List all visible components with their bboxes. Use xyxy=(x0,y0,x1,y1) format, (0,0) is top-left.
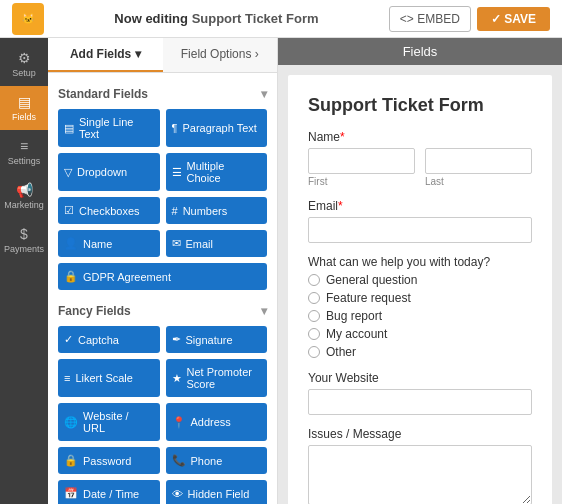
form-group-message: Issues / Message xyxy=(308,427,532,504)
left-panel: Add Fields ▾ Field Options › Standard Fi… xyxy=(48,38,278,504)
field-btn-captcha[interactable]: ✓Captcha xyxy=(58,326,160,353)
checkboxes-icon: ☑ xyxy=(64,204,74,217)
fields-icon: ▤ xyxy=(18,94,31,110)
standard-fields-arrow: ▾ xyxy=(261,87,267,101)
website-input[interactable] xyxy=(308,389,532,415)
sidebar-item-fields[interactable]: ▤ Fields xyxy=(0,86,48,130)
phone-icon: 📞 xyxy=(172,454,186,467)
signature-icon: ✒ xyxy=(172,333,181,346)
field-btn-signature[interactable]: ✒Signature xyxy=(166,326,268,353)
paragraph-icon: ¶ xyxy=(172,122,178,134)
radio-circle-account xyxy=(308,328,320,340)
fancy-fields-arrow: ▾ xyxy=(261,304,267,318)
password-icon: 🔒 xyxy=(64,454,78,467)
name-required: * xyxy=(340,130,345,144)
radio-bug[interactable]: Bug report xyxy=(308,309,532,323)
name-label: Name* xyxy=(308,130,532,144)
app-logo: 🐱 xyxy=(12,3,44,35)
main-layout: ⚙ Setup ▤ Fields ≡ Settings 📢 Marketing … xyxy=(0,38,562,504)
sidebar-item-marketing[interactable]: 📢 Marketing xyxy=(0,174,48,218)
form-group-email: Email* xyxy=(308,199,532,243)
email-required: * xyxy=(338,199,343,213)
fields-content: Standard Fields ▾ ▤Single Line Text ¶Par… xyxy=(48,73,277,504)
radio-circle-other xyxy=(308,346,320,358)
radio-circle-general xyxy=(308,274,320,286)
field-btn-checkboxes[interactable]: ☑Checkboxes xyxy=(58,197,160,224)
payments-icon: $ xyxy=(20,226,28,242)
sidebar-item-payments[interactable]: $ Payments xyxy=(0,218,48,262)
top-bar-actions: <> EMBED ✓ SAVE xyxy=(389,6,550,32)
form-preview: Support Ticket Form Name* First Last xyxy=(288,75,552,504)
field-btn-hidden-field[interactable]: 👁Hidden Field xyxy=(166,480,268,504)
message-label: Issues / Message xyxy=(308,427,532,441)
dropdown-icon: ▽ xyxy=(64,166,72,179)
form-group-website: Your Website xyxy=(308,371,532,415)
gdpr-icon: 🔒 xyxy=(64,270,78,283)
email-label: Email* xyxy=(308,199,532,213)
panel-tabs: Add Fields ▾ Field Options › xyxy=(48,38,277,73)
field-btn-likert[interactable]: ≡Likert Scale xyxy=(58,359,160,397)
last-name-wrap: Last xyxy=(425,148,532,187)
single-line-icon: ▤ xyxy=(64,122,74,135)
url-icon: 🌐 xyxy=(64,416,78,429)
first-name-input[interactable] xyxy=(308,148,415,174)
editing-title: Now editing Support Ticket Form xyxy=(44,11,389,26)
field-btn-paragraph-text[interactable]: ¶Paragraph Text xyxy=(166,109,268,147)
name-row: First Last xyxy=(308,148,532,187)
tab-add-fields[interactable]: Add Fields ▾ xyxy=(48,38,163,72)
field-btn-email[interactable]: ✉Email xyxy=(166,230,268,257)
captcha-icon: ✓ xyxy=(64,333,73,346)
tab-field-options[interactable]: Field Options › xyxy=(163,38,278,72)
numbers-icon: # xyxy=(172,205,178,217)
website-label: Your Website xyxy=(308,371,532,385)
field-btn-multiple-choice[interactable]: ☰Multiple Choice xyxy=(166,153,268,191)
embed-button[interactable]: <> EMBED xyxy=(389,6,471,32)
nps-icon: ★ xyxy=(172,372,182,385)
hidden-icon: 👁 xyxy=(172,488,183,500)
fancy-fields-header: Fancy Fields ▾ xyxy=(58,304,267,318)
field-btn-numbers[interactable]: #Numbers xyxy=(166,197,268,224)
sidebar: ⚙ Setup ▤ Fields ≡ Settings 📢 Marketing … xyxy=(0,38,48,504)
field-btn-name[interactable]: 👤Name xyxy=(58,230,160,257)
standard-fields-grid: ▤Single Line Text ¶Paragraph Text ▽Dropd… xyxy=(58,109,267,290)
radio-feature[interactable]: Feature request xyxy=(308,291,532,305)
name-icon: 👤 xyxy=(64,237,78,250)
fancy-fields-grid: ✓Captcha ✒Signature ≡Likert Scale ★Net P… xyxy=(58,326,267,504)
radio-general[interactable]: General question xyxy=(308,273,532,287)
sidebar-item-setup[interactable]: ⚙ Setup xyxy=(0,42,48,86)
address-icon: 📍 xyxy=(172,416,186,429)
top-bar: 🐱 Now editing Support Ticket Form <> EMB… xyxy=(0,0,562,38)
standard-fields-header: Standard Fields ▾ xyxy=(58,87,267,101)
fields-tab-bar: Fields xyxy=(278,38,562,65)
email-input[interactable] xyxy=(308,217,532,243)
field-btn-gdpr[interactable]: 🔒GDPR Agreement xyxy=(58,263,267,290)
form-group-help: What can we help you with today? General… xyxy=(308,255,532,359)
radio-other[interactable]: Other xyxy=(308,345,532,359)
form-group-name: Name* First Last xyxy=(308,130,532,187)
radio-circle-bug xyxy=(308,310,320,322)
field-btn-password[interactable]: 🔒Password xyxy=(58,447,160,474)
help-label: What can we help you with today? xyxy=(308,255,532,269)
last-label: Last xyxy=(425,176,532,187)
field-btn-single-line-text[interactable]: ▤Single Line Text xyxy=(58,109,160,147)
radio-circle-feature xyxy=(308,292,320,304)
radio-account[interactable]: My account xyxy=(308,327,532,341)
right-panel: Fields Support Ticket Form Name* First L… xyxy=(278,38,562,504)
field-btn-datetime[interactable]: 📅Date / Time xyxy=(58,480,160,504)
field-btn-nps[interactable]: ★Net Promoter Score xyxy=(166,359,268,397)
field-btn-phone[interactable]: 📞Phone xyxy=(166,447,268,474)
likert-icon: ≡ xyxy=(64,372,70,384)
field-btn-website-url[interactable]: 🌐Website / URL xyxy=(58,403,160,441)
field-btn-address[interactable]: 📍Address xyxy=(166,403,268,441)
last-name-input[interactable] xyxy=(425,148,532,174)
radio-group: General question Feature request Bug rep… xyxy=(308,273,532,359)
datetime-icon: 📅 xyxy=(64,487,78,500)
message-textarea[interactable] xyxy=(308,445,532,504)
sidebar-item-settings[interactable]: ≡ Settings xyxy=(0,130,48,174)
multiple-choice-icon: ☰ xyxy=(172,166,182,179)
email-icon: ✉ xyxy=(172,237,181,250)
first-name-wrap: First xyxy=(308,148,415,187)
setup-icon: ⚙ xyxy=(18,50,31,66)
field-btn-dropdown[interactable]: ▽Dropdown xyxy=(58,153,160,191)
save-button[interactable]: ✓ SAVE xyxy=(477,7,550,31)
